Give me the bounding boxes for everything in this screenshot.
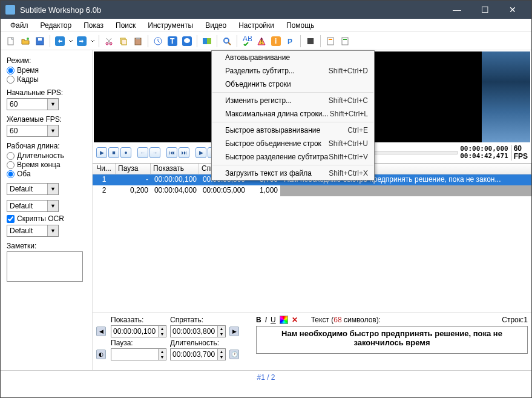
balloon-icon[interactable] [180, 35, 194, 48]
charset2-combo[interactable]: Default▼ [7, 200, 59, 212]
maximize-button[interactable]: ☐ [471, 1, 499, 19]
table-row[interactable]: 2 0,200 00:00:04,000 00:00:05,000 1,000 [93, 185, 531, 196]
menu-item[interactable]: Максимальная длина строки...Shift+Ctrl+L [212, 107, 374, 121]
worklen-duration[interactable]: Длительность [7, 151, 86, 160]
window-title: Subtitle Workshop 6.0b [20, 5, 443, 15]
dur-input[interactable]: 00:00:03,700▲▼ [170, 348, 226, 360]
copy-icon[interactable] [117, 35, 130, 48]
menu-item[interactable]: Быстрое разделение субтитраShift+Ctrl+V [212, 150, 374, 164]
mode-label: Режим: [7, 56, 86, 65]
color-button[interactable] [280, 316, 288, 324]
next-sub-button[interactable]: ▶ [229, 327, 239, 336]
menu-item[interactable]: Автовыравнивание [212, 51, 374, 64]
bold-button[interactable]: B [256, 316, 261, 324]
clock-button[interactable]: 🕐 [229, 350, 239, 359]
forward-button[interactable]: ⏭ [179, 147, 189, 158]
warning-icon[interactable]: ! [255, 35, 268, 48]
undo-icon[interactable] [53, 35, 67, 48]
worklen-both[interactable]: Оба [7, 170, 86, 178]
ocr-scripts-check[interactable]: Скрипты OCR [7, 214, 86, 223]
redo-icon[interactable] [75, 35, 88, 48]
notes-textarea[interactable] [7, 251, 83, 282]
col-show[interactable]: Показать [151, 164, 199, 174]
worklen-endtime[interactable]: Время конца [7, 161, 86, 169]
start-sub-button[interactable]: ▶ [195, 147, 206, 158]
menubar: Файл Редактор Показ Поиск Инструменты Ви… [1, 19, 531, 32]
save-icon[interactable] [33, 35, 47, 48]
svg-rect-28 [327, 38, 333, 45]
mode-time[interactable]: Время [7, 66, 86, 75]
svg-rect-17 [203, 38, 207, 44]
italic-button[interactable]: I [265, 316, 267, 324]
text-icon[interactable]: T [166, 35, 179, 48]
menu-video[interactable]: Видео [199, 20, 232, 31]
play-button[interactable]: ▶ [96, 147, 107, 158]
menu-view[interactable]: Показ [77, 20, 110, 31]
prev-sub-button[interactable]: ◀ [96, 327, 106, 336]
context-menu: АвтовыравниваниеРазделить субтитр...Shif… [211, 50, 375, 181]
fps-out-combo[interactable]: 60▼ [7, 125, 59, 137]
sheet1-icon[interactable] [324, 35, 337, 48]
clear-format-button[interactable]: ✕ [292, 316, 298, 324]
underline-button[interactable]: U [271, 316, 276, 324]
svg-rect-31 [343, 39, 347, 40]
video-icon[interactable] [304, 35, 317, 48]
redo-drop-icon[interactable] [90, 35, 96, 48]
sheet2-icon[interactable] [338, 35, 352, 48]
prev-button[interactable]: ← [137, 147, 148, 158]
menu-item[interactable]: Быстрое автовыравниваниеCtrl+E [212, 124, 374, 137]
undo-drop-icon[interactable] [68, 35, 74, 48]
worklen-label: Рабочая длина: [7, 142, 86, 150]
paste-icon[interactable] [131, 35, 145, 48]
pause-input[interactable]: ▲▼ [111, 348, 166, 360]
open-icon[interactable] [19, 35, 32, 48]
dur-label: Длительность: [170, 339, 226, 347]
sync-button[interactable]: ◐ [96, 350, 106, 359]
menu-item[interactable]: Загрузить текст из файлаShift+Ctrl+X [212, 167, 374, 180]
menu-item[interactable]: Объединить строки [212, 78, 374, 91]
next-button[interactable]: → [149, 147, 160, 158]
col-pause[interactable]: Пауза [116, 164, 151, 174]
close-button[interactable]: ✕ [499, 1, 527, 19]
svg-rect-30 [342, 38, 348, 45]
new-icon[interactable] [4, 35, 18, 48]
stop-button[interactable]: ■ [108, 147, 119, 158]
menu-search[interactable]: Поиск [110, 20, 142, 31]
svg-rect-3 [38, 38, 42, 41]
charset-combo[interactable]: Default▼ [7, 183, 59, 195]
menu-item[interactable]: Изменить регистр...Shift+Ctrl+C [212, 94, 374, 107]
cut-icon[interactable] [102, 35, 116, 48]
delay-icon[interactable] [151, 35, 165, 48]
show-time-input[interactable]: 00:00:00,100▲▼ [111, 325, 166, 337]
rewind-button[interactable]: ⏮ [166, 147, 177, 158]
col-num[interactable]: Чи... [93, 164, 116, 174]
menu-tools[interactable]: Инструменты [142, 20, 199, 31]
translate-icon[interactable] [200, 35, 214, 48]
subtitle-text-input[interactable]: Нам необходимо быстро предпринять решени… [256, 326, 528, 354]
menu-item[interactable]: Разделить субтитр...Shift+Ctrl+D [212, 64, 374, 78]
svg-point-19 [224, 38, 229, 43]
pascal-icon[interactable]: P [284, 35, 297, 48]
menu-file[interactable]: Файл [4, 20, 34, 31]
menu-help[interactable]: Помощь [280, 20, 320, 31]
menu-settings[interactable]: Настройки [232, 20, 280, 31]
text-info-label: Текст (68 символов): [311, 316, 381, 324]
notes-label: Заметки: [7, 242, 86, 250]
info-icon[interactable]: i [269, 35, 283, 48]
fps-in-combo[interactable]: 60▼ [7, 98, 59, 110]
show-label: Показать: [111, 316, 166, 324]
svg-point-1 [27, 38, 29, 40]
menu-editor[interactable]: Редактор [34, 20, 78, 31]
fps-in-label: Начальные FPS: [7, 88, 86, 97]
minimize-button[interactable]: — [443, 1, 471, 19]
search-icon[interactable] [220, 35, 234, 48]
hide-label: Спрятать: [170, 316, 226, 324]
svg-text:!: ! [261, 37, 263, 45]
hide-time-input[interactable]: 00:00:03,800▲▼ [170, 325, 226, 337]
app-icon [5, 5, 15, 15]
ocr-combo[interactable]: Default▼ [7, 225, 59, 237]
mark-button[interactable]: ● [120, 147, 131, 158]
menu-item[interactable]: Быстрое объединение строкShift+Ctrl+U [212, 137, 374, 150]
mode-frames[interactable]: Кадры [7, 75, 86, 84]
spellcheck-icon[interactable]: ABC [240, 35, 254, 48]
